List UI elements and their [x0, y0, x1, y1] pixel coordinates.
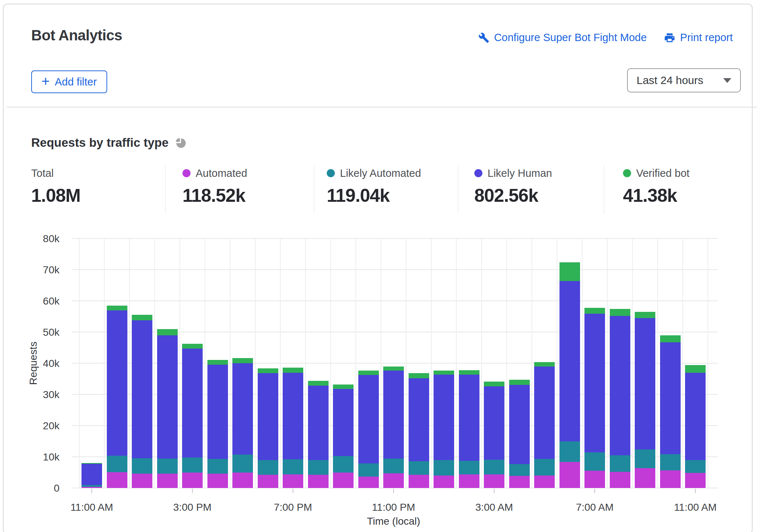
bar-segment[interactable] — [434, 371, 454, 375]
bar-segment[interactable] — [258, 460, 278, 475]
bar-segment[interactable] — [610, 472, 630, 488]
bar-segment[interactable] — [333, 456, 354, 473]
bar-segment[interactable] — [132, 315, 152, 320]
bar-segment[interactable] — [232, 473, 253, 488]
bar-segment[interactable] — [308, 381, 329, 386]
bar-segment[interactable] — [383, 459, 404, 473]
bar-segment[interactable] — [157, 335, 178, 459]
bar-segment[interactable] — [559, 281, 580, 441]
bar-segment[interactable] — [182, 458, 203, 473]
bar-segment[interactable] — [559, 262, 580, 281]
bar-segment[interactable] — [635, 449, 655, 468]
bar-segment[interactable] — [157, 474, 178, 488]
bar-segment[interactable] — [509, 476, 530, 488]
bar-segment[interactable] — [308, 460, 329, 475]
bar-segment[interactable] — [635, 312, 655, 318]
bar-segment[interactable] — [685, 365, 706, 373]
bar-segment[interactable] — [685, 373, 706, 460]
bar-segment[interactable] — [358, 375, 379, 463]
bar-segment[interactable] — [459, 370, 479, 375]
bar-segment[interactable] — [610, 309, 630, 316]
bar-segment[interactable] — [157, 459, 178, 474]
bar-segment[interactable] — [660, 470, 681, 488]
stat-automated[interactable]: Automated 118.52k — [182, 167, 247, 206]
bar-segment[interactable] — [182, 473, 203, 488]
bar-segment[interactable] — [157, 329, 178, 335]
stat-likely-automated[interactable]: Likely Automated 119.04k — [327, 167, 421, 206]
bar-segment[interactable] — [182, 344, 203, 349]
bar-segment[interactable] — [534, 367, 555, 459]
bar-segment[interactable] — [509, 385, 530, 464]
bar-segment[interactable] — [207, 474, 228, 488]
bar-segment[interactable] — [409, 378, 429, 461]
bar-segment[interactable] — [232, 363, 253, 455]
bar-segment[interactable] — [358, 463, 379, 477]
bar-segment[interactable] — [283, 459, 303, 474]
bar-segment[interactable] — [584, 471, 605, 488]
add-filter-button[interactable]: + Add filter — [31, 70, 107, 93]
bar-segment[interactable] — [484, 382, 504, 386]
bar-segment[interactable] — [459, 474, 479, 488]
bar-segment[interactable] — [333, 389, 354, 456]
bar-segment[interactable] — [283, 368, 303, 373]
bar-segment[interactable] — [107, 456, 127, 472]
bar-segment[interactable] — [459, 375, 479, 461]
bar-segment[interactable] — [283, 474, 303, 488]
bar-segment[interactable] — [484, 460, 504, 474]
bar-segment[interactable] — [358, 371, 379, 375]
bar-segment[interactable] — [207, 365, 228, 459]
bar-segment[interactable] — [107, 306, 127, 310]
bar-segment[interactable] — [635, 468, 655, 488]
bar-segment[interactable] — [584, 452, 605, 471]
bar-segment[interactable] — [333, 385, 354, 389]
bar-segment[interactable] — [484, 386, 504, 460]
bar-segment[interactable] — [82, 485, 102, 487]
bar-segment[interactable] — [82, 487, 102, 488]
bar-segment[interactable] — [534, 475, 555, 488]
stat-verified-bot[interactable]: Verified bot 41.38k — [623, 167, 689, 206]
bar-segment[interactable] — [610, 455, 630, 472]
stat-likely-human[interactable]: Likely Human 802.56k — [474, 167, 552, 206]
bar-segment[interactable] — [283, 373, 303, 459]
bar-segment[interactable] — [434, 475, 454, 488]
bar-segment[interactable] — [534, 362, 555, 367]
bar-segment[interactable] — [409, 461, 429, 475]
bar-segment[interactable] — [82, 463, 102, 464]
requests-by-traffic-type-chart[interactable]: 010k20k30k40k50k60k70k80k11:00 AM3:00 PM… — [0, 227, 757, 532]
bar-segment[interactable] — [383, 367, 404, 371]
bar-segment[interactable] — [660, 335, 681, 342]
bar-segment[interactable] — [308, 475, 329, 488]
bar-segment[interactable] — [584, 308, 605, 314]
bar-segment[interactable] — [509, 464, 530, 475]
bar-segment[interactable] — [660, 342, 681, 454]
bar-segment[interactable] — [258, 368, 278, 373]
bar-segment[interactable] — [232, 358, 253, 363]
bar-segment[interactable] — [258, 475, 278, 488]
bar-segment[interactable] — [232, 455, 253, 473]
bar-segment[interactable] — [434, 375, 454, 460]
bar-segment[interactable] — [132, 458, 152, 474]
bar-segment[interactable] — [82, 464, 102, 485]
bar-segment[interactable] — [132, 320, 152, 459]
bar-segment[interactable] — [383, 473, 404, 488]
bar-segment[interactable] — [484, 474, 504, 488]
bar-segment[interactable] — [685, 473, 706, 488]
bar-segment[interactable] — [635, 318, 655, 450]
bar-segment[interactable] — [610, 316, 630, 455]
print-report-link[interactable]: Print report — [664, 32, 733, 44]
bar-segment[interactable] — [660, 454, 681, 470]
bar-segment[interactable] — [207, 459, 228, 474]
bar-segment[interactable] — [107, 472, 127, 488]
time-range-select[interactable]: Last 24 hours — [627, 68, 741, 92]
bar-segment[interactable] — [409, 475, 429, 488]
bar-segment[interactable] — [132, 474, 152, 488]
bar-segment[interactable] — [182, 349, 203, 458]
bar-segment[interactable] — [383, 371, 404, 459]
bar-segment[interactable] — [107, 310, 127, 456]
bar-segment[interactable] — [358, 477, 379, 488]
bar-segment[interactable] — [459, 461, 479, 474]
bar-segment[interactable] — [409, 373, 429, 378]
bar-segment[interactable] — [559, 462, 580, 488]
bar-segment[interactable] — [534, 459, 555, 475]
bar-segment[interactable] — [258, 373, 278, 460]
